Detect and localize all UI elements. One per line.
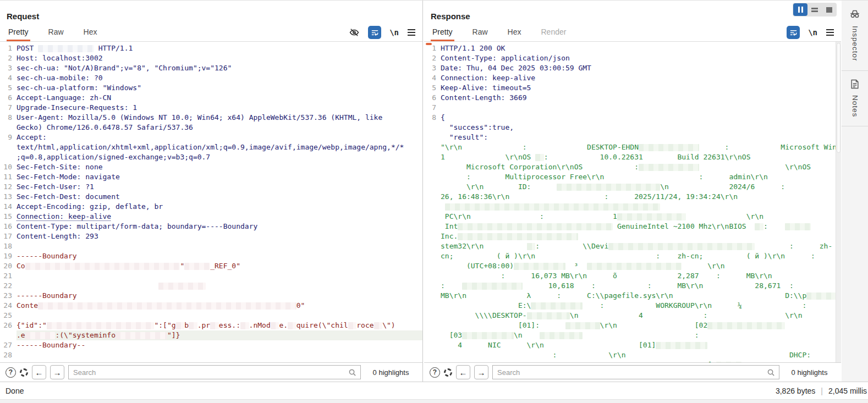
tab-raw[interactable]: Raw — [47, 27, 65, 41]
code-line: 14Accept-Encoding: gzip, deflate, br — [0, 202, 422, 212]
next-match-button[interactable]: → — [474, 365, 488, 379]
window-edge — [0, 399, 868, 403]
redacted-text — [540, 332, 583, 339]
redacted-text — [785, 223, 811, 230]
response-menu-icon[interactable] — [826, 29, 834, 36]
redacted-text — [25, 332, 56, 339]
line-number: 9 — [0, 133, 17, 142]
tab-pretty[interactable]: Pretty — [431, 27, 454, 41]
tab-hex[interactable]: Hex — [506, 27, 523, 41]
line-number: 2 — [0, 53, 17, 63]
word-wrap-icon[interactable] — [787, 26, 800, 39]
show-newlines-icon[interactable]: \n — [808, 28, 817, 37]
show-newlines-icon[interactable]: \n — [389, 28, 399, 37]
response-editor[interactable]: 1HTTP/1.1 200 OK2Content-Type: applicati… — [424, 42, 841, 362]
redacted-text — [189, 322, 197, 329]
response-tab-icons: \n — [787, 26, 834, 41]
code-line: 1HTTP/1.1 200 OK — [424, 43, 841, 53]
line-number: 5 — [424, 83, 441, 93]
http-message-viewer: Request PrettyRawHex — [0, 0, 868, 403]
gear-icon[interactable] — [444, 368, 452, 377]
code-line: "success":true, — [424, 123, 841, 133]
line-number — [424, 321, 441, 330]
redacted-text — [527, 243, 536, 250]
rows-layout-button[interactable] — [807, 3, 822, 16]
code-line: 3Date: Thu, 04 Dec 2025 03:00:59 GMT — [424, 63, 841, 73]
tab-hex[interactable]: Hex — [82, 27, 99, 41]
redacted-text — [707, 322, 785, 329]
request-editor[interactable]: 1POST HTTP/1.12Host: localhost:30023sec-… — [0, 42, 422, 362]
line-number: 12 — [0, 182, 17, 192]
columns-layout-button[interactable] — [793, 3, 807, 16]
response-scrollbar[interactable] — [836, 42, 841, 362]
code-line: (UTC+08:00) ³ \r\n — [424, 261, 841, 271]
redacted-text — [271, 322, 279, 329]
code-line: Int GenuineIntel ~2100 Mhz\r\nBIOS : — [424, 222, 841, 231]
code-line: 23------Boundary — [0, 291, 422, 301]
code-line: 19------Boundary — [0, 251, 422, 261]
code-line: ;q=0.8,application/signed-exchange;v=b3;… — [0, 152, 422, 162]
code-line: [01]: \r\n [02 — [424, 321, 841, 330]
redacted-text — [514, 263, 565, 270]
word-wrap-icon[interactable] — [368, 26, 381, 39]
line-number: 6 — [0, 93, 17, 103]
redacted-text — [617, 213, 686, 220]
code-line: \\\\DESKTOP-\n 4 : \r\n — [424, 311, 841, 321]
tab-render: Render — [540, 27, 568, 41]
gear-icon[interactable] — [20, 368, 28, 377]
redacted-text — [184, 263, 210, 270]
request-title: Request — [7, 12, 416, 21]
response-panel: Response PrettyRawHexRender — [424, 1, 841, 382]
code-line: 16Content-Type: multipart/form-data; bou… — [0, 222, 422, 231]
line-number — [424, 152, 441, 162]
hide-eye-icon[interactable] — [349, 27, 360, 38]
request-tabs: PrettyRawHex — [7, 27, 116, 41]
code-line: "result": — [424, 133, 841, 142]
line-number — [424, 172, 441, 182]
single-layout-button[interactable] — [822, 3, 836, 16]
code-line: 25 — [0, 311, 422, 321]
prev-match-button[interactable]: ← — [456, 365, 470, 379]
line-number: 7 — [424, 103, 441, 113]
line-number: 1 — [0, 43, 17, 53]
code-line: 18 — [0, 241, 422, 251]
code-line: 24Conte0" — [0, 301, 422, 311]
redacted-text — [531, 302, 583, 310]
response-search-input[interactable] — [493, 368, 767, 377]
code-line: : Multiprocessor Free\r\n : admin\r\n : — [424, 172, 841, 182]
code-line: 2Content-Type: application/json — [424, 53, 841, 63]
help-icon[interactable]: ? — [6, 367, 16, 378]
line-number — [424, 340, 441, 350]
code-line: 1 \r\nOS : 10.0.22631 Build 22631\r\nOS … — [424, 152, 841, 162]
response-time: 2,045 millis — [828, 387, 867, 395]
line-number — [424, 212, 441, 222]
tab-raw[interactable]: Raw — [471, 27, 490, 41]
line-number — [424, 222, 441, 231]
code-line: \r\n IP \r\n [0 — [424, 360, 841, 362]
redacted-text — [210, 322, 219, 329]
request-search-input[interactable] — [69, 368, 348, 377]
sidebar-tab-inspector[interactable]: Inspector — [842, 1, 868, 71]
code-line: 2Host: localhost:3002 — [0, 53, 422, 63]
code-line: 26, 16:48:36\r\n : 2025/11/24, 19:34:24\… — [424, 192, 841, 202]
response-tabs: PrettyRawHexRender — [431, 27, 584, 41]
line-number: 21 — [0, 271, 17, 281]
tab-pretty[interactable]: Pretty — [7, 27, 30, 41]
redacted-text — [608, 243, 755, 250]
code-line: : 10,618 : : MB\r\n 28,671 : : — [424, 281, 841, 291]
scrollbar-thumb[interactable] — [837, 43, 840, 153]
line-number — [0, 330, 17, 340]
line-number — [424, 350, 441, 360]
code-line: 5sec-ch-ua-platform: "Windows" — [0, 83, 422, 93]
sidebar-tab-notes[interactable]: Notes — [842, 71, 868, 126]
request-menu-icon[interactable] — [407, 29, 416, 36]
code-line: Microsoft Corporation\r\nOS : \r\nOS — [424, 162, 841, 172]
next-match-button[interactable]: → — [50, 365, 64, 379]
redacted-text — [38, 45, 94, 52]
prev-match-button[interactable]: ← — [32, 365, 46, 379]
help-icon[interactable]: ? — [430, 367, 440, 378]
code-line: 5Keep-Alive: timeout=5 — [424, 83, 841, 93]
caret-position-marker — [426, 43, 432, 45]
line-number: 5 — [0, 83, 17, 93]
line-number: 6 — [424, 93, 441, 103]
